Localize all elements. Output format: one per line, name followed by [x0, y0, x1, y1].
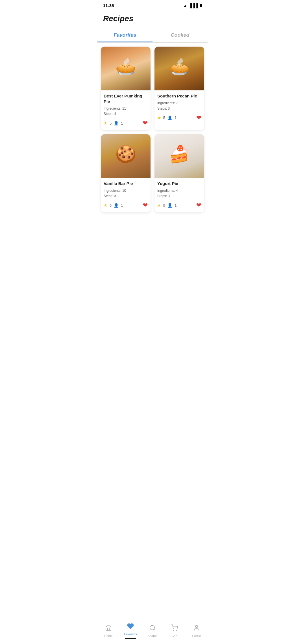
battery-icon: ▮	[200, 3, 202, 8]
people-1: 1	[121, 121, 123, 125]
rating-1: 5	[110, 121, 112, 125]
favorite-button-1[interactable]: ❤	[143, 119, 148, 127]
recipe-card-3[interactable]: Vanilla Bar Pie Ingredients: 10 Steps: 3…	[101, 134, 151, 212]
card-stats-1: ★ 5 👤 1	[104, 121, 123, 126]
recipe-meta-2: Ingredients: 7 Steps: 3	[157, 101, 201, 111]
rating-3: 5	[110, 203, 112, 208]
wifi-icon: ▲	[183, 3, 187, 8]
recipe-title-1: Best Ever Pumking Pie	[104, 93, 148, 104]
recipe-meta-3: Ingredients: 10 Steps: 3	[104, 188, 148, 199]
tabs-container: Favorites Cooked	[97, 28, 208, 43]
card-footer-2: ★ 5 👤 1 ❤	[157, 114, 201, 121]
recipe-card-4[interactable]: Yogurt Pie Ingredients: 4 Steps: 3 ★ 5 👤…	[154, 134, 204, 212]
card-stats-4: ★ 5 👤 1	[157, 203, 177, 208]
card-footer-4: ★ 5 👤 1 ❤	[157, 202, 201, 209]
recipe-card-2[interactable]: Southern Pecan Pie Ingredients: 7 Steps:…	[154, 47, 204, 130]
person-icon-4: 👤	[167, 203, 172, 208]
recipe-title-3: Vanilla Bar Pie	[104, 181, 148, 186]
recipe-meta-4: Ingredients: 4 Steps: 3	[157, 188, 201, 199]
tab-favorites[interactable]: Favorites	[97, 28, 152, 42]
person-icon-1: 👤	[114, 121, 119, 125]
star-icon-2: ★	[157, 115, 161, 120]
star-icon-4: ★	[157, 203, 161, 208]
page-header: Recipes	[97, 10, 208, 26]
card-footer-1: ★ 5 👤 1 ❤	[104, 119, 148, 127]
recipe-image-4	[154, 134, 204, 178]
card-body-2: Southern Pecan Pie Ingredients: 7 Steps:…	[154, 90, 204, 125]
card-stats-2: ★ 5 👤 1	[157, 115, 177, 120]
card-body-1: Best Ever Pumking Pie Ingredients: 11 St…	[101, 90, 151, 130]
status-bar: 11:35 ▲ ▐▐▐ ▮	[97, 0, 208, 10]
recipe-card-1[interactable]: Best Ever Pumking Pie Ingredients: 11 St…	[101, 47, 151, 130]
recipe-image-3	[101, 134, 151, 178]
signal-icon: ▐▐▐	[189, 3, 198, 8]
time-display: 11:35	[103, 3, 114, 8]
people-2: 1	[175, 116, 177, 120]
recipe-image-1	[101, 47, 151, 90]
person-icon-2: 👤	[167, 116, 172, 120]
page-title: Recipes	[103, 14, 202, 23]
recipe-meta-1: Ingredients: 11 Steps: 4	[104, 106, 148, 117]
people-3: 1	[121, 203, 123, 208]
favorite-button-4[interactable]: ❤	[196, 202, 201, 209]
card-footer-3: ★ 5 👤 1 ❤	[104, 202, 148, 209]
tab-cooked[interactable]: Cooked	[152, 28, 208, 42]
star-icon-3: ★	[104, 203, 107, 208]
favorite-button-2[interactable]: ❤	[196, 114, 201, 121]
card-stats-3: ★ 5 👤 1	[104, 203, 123, 208]
rating-4: 5	[163, 203, 165, 208]
favorite-button-3[interactable]: ❤	[143, 202, 148, 209]
person-icon-3: 👤	[114, 203, 119, 208]
recipe-title-4: Yogurt Pie	[157, 181, 201, 186]
rating-2: 5	[163, 116, 165, 120]
card-body-3: Vanilla Bar Pie Ingredients: 10 Steps: 3…	[101, 178, 151, 212]
star-icon-1: ★	[104, 121, 107, 126]
people-4: 1	[175, 203, 177, 208]
card-body-4: Yogurt Pie Ingredients: 4 Steps: 3 ★ 5 👤…	[154, 178, 204, 212]
recipe-image-2	[154, 47, 204, 90]
status-icons: ▲ ▐▐▐ ▮	[183, 3, 202, 8]
recipes-grid: Best Ever Pumking Pie Ingredients: 11 St…	[97, 43, 208, 216]
recipe-title-2: Southern Pecan Pie	[157, 93, 201, 99]
